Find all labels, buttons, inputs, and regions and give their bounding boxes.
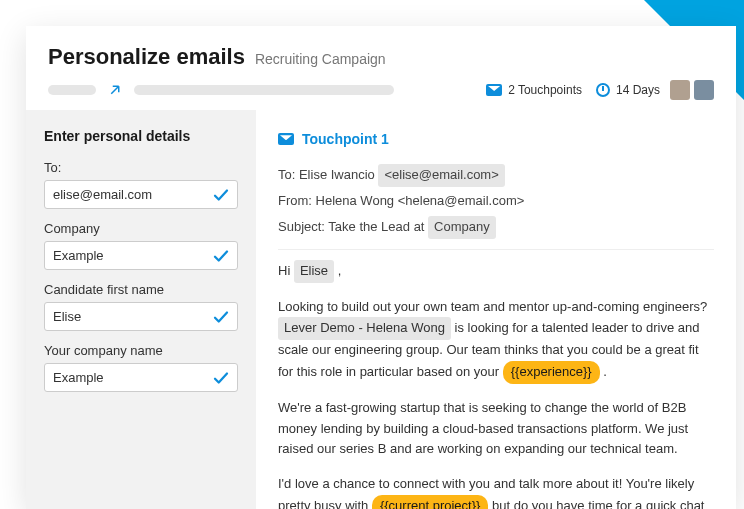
- subject-prefix: Subject: Take the Lead at: [278, 219, 428, 234]
- email-subject: Subject: Take the Lead at Company: [278, 216, 714, 239]
- current-project-token: {{current project}}: [372, 495, 488, 509]
- touchpoints-label: 2 Touchpoints: [508, 83, 582, 97]
- company-label: Company: [44, 221, 238, 236]
- experience-token: {{experience}}: [503, 361, 600, 384]
- page-subtitle: Recruiting Campaign: [255, 51, 386, 67]
- paragraph-2: We're a fast-growing startup that is see…: [278, 398, 714, 460]
- to-input[interactable]: [44, 180, 238, 209]
- sidebar: Enter personal details To: Company Candi…: [26, 110, 256, 509]
- check-icon: [212, 186, 230, 204]
- email-to-chip: <elise@email.com>: [378, 164, 504, 187]
- placeholder-pill: [48, 85, 96, 95]
- paragraph-1: Looking to build out your own team and m…: [278, 297, 714, 384]
- email-preview: Touchpoint 1 To: Elise Iwancio <elise@em…: [256, 110, 736, 509]
- touchpoint-title: Touchpoint 1: [302, 128, 389, 150]
- clock-icon: [596, 83, 610, 97]
- header: Personalize emails Recruiting Campaign 2…: [26, 26, 736, 110]
- email-body: Hi Elise , Looking to build out your own…: [278, 249, 714, 509]
- firstname-input[interactable]: [44, 302, 238, 331]
- firstname-label: Candidate first name: [44, 282, 238, 297]
- p1-company-chip: Lever Demo - Helena Wong: [278, 317, 451, 340]
- check-icon: [212, 369, 230, 387]
- avatar-group: [670, 80, 714, 100]
- touchpoint-header: Touchpoint 1: [278, 128, 714, 150]
- greeting-name-chip: Elise: [294, 260, 334, 283]
- email-to: To: Elise Iwancio <elise@email.com>: [278, 164, 714, 187]
- greeting: Hi Elise ,: [278, 260, 714, 283]
- p1-a: Looking to build out your own team and m…: [278, 299, 707, 314]
- page-title: Personalize emails: [48, 44, 245, 70]
- yourcompany-label: Your company name: [44, 343, 238, 358]
- paragraph-3: I'd love a chance to connect with you an…: [278, 474, 714, 509]
- share-icon[interactable]: [106, 81, 124, 99]
- days-label: 14 Days: [616, 83, 660, 97]
- envelope-icon: [278, 133, 294, 145]
- app-card: Personalize emails Recruiting Campaign 2…: [26, 26, 736, 509]
- subject-company-chip: Company: [428, 216, 496, 239]
- check-icon: [212, 308, 230, 326]
- yourcompany-input[interactable]: [44, 363, 238, 392]
- placeholder-pill-large: [134, 85, 394, 95]
- greeting-prefix: Hi: [278, 263, 294, 278]
- avatar[interactable]: [670, 80, 690, 100]
- company-input[interactable]: [44, 241, 238, 270]
- toolbar-row: 2 Touchpoints 14 Days: [48, 80, 714, 100]
- sidebar-heading: Enter personal details: [44, 128, 238, 144]
- email-from: From: Helena Wong <helena@email.com>: [278, 191, 714, 212]
- p1-c: .: [600, 364, 607, 379]
- envelope-icon: [486, 84, 502, 96]
- days-meta: 14 Days: [596, 83, 660, 97]
- email-to-prefix: To: Elise Iwancio: [278, 167, 378, 182]
- to-label: To:: [44, 160, 238, 175]
- avatar[interactable]: [694, 80, 714, 100]
- touchpoints-meta: 2 Touchpoints: [486, 83, 582, 97]
- check-icon: [212, 247, 230, 265]
- greeting-suffix: ,: [334, 263, 341, 278]
